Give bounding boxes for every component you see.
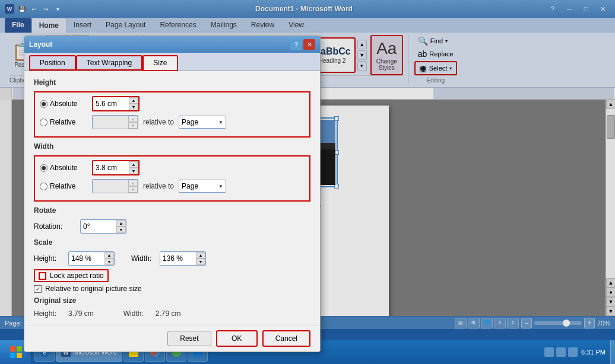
width-relative-radio[interactable] [40, 183, 47, 190]
rotation-value[interactable] [81, 220, 116, 233]
rotate-section-header: Rotate [34, 206, 310, 215]
svg-rect-1 [17, 346, 22, 352]
rotate-row: Rotation: ▲ ▼ [34, 219, 310, 234]
original-size-row: Height: 3.79 cm Width: 2.79 cm [34, 309, 310, 318]
width-rel-spin-btns: ▲ ▼ [128, 180, 138, 193]
dialog-tabs: Position Text Wrapping Size [24, 53, 320, 71]
height-relative-input: ▲ ▼ [92, 115, 138, 129]
show-desktop-btn[interactable] [610, 340, 615, 364]
orig-height-value: 3.79 cm [68, 309, 94, 318]
tray-icon-3[interactable] [568, 347, 578, 357]
width-select-arrow: ▼ [218, 184, 223, 189]
rotation-input[interactable]: ▲ ▼ [80, 219, 126, 234]
relative-orig-row: Relative to original picture size [34, 285, 310, 293]
height-rel-spin-down: ▼ [128, 122, 138, 129]
width-relative-radio-label[interactable]: Relative [40, 182, 87, 190]
width-relative-input: ▲ ▼ [92, 179, 138, 193]
height-relative-to-select[interactable]: Page ▼ [179, 116, 226, 129]
tray-icons [544, 347, 578, 357]
width-absolute-value[interactable] [93, 161, 129, 174]
height-spin-up[interactable]: ▲ [129, 97, 138, 104]
height-relative-value [93, 116, 128, 129]
tab-position[interactable]: Position [29, 55, 76, 71]
height-rel-spin-up: ▲ [128, 116, 138, 122]
reset-btn[interactable]: Reset [167, 331, 211, 346]
rotation-spin-btns: ▲ ▼ [116, 220, 126, 233]
clock-time: 6:31 PM [581, 348, 606, 356]
layout-dialog: Layout ? ✕ Position Text Wrapping Size H… [24, 36, 321, 352]
width-absolute-label: Absolute [50, 164, 78, 172]
width-rel-spin-down: ▼ [128, 186, 138, 193]
orig-width-value: 2.79 cm [156, 309, 181, 318]
tray-icon-1[interactable] [544, 347, 554, 357]
windows-logo [9, 345, 23, 359]
height-absolute-input[interactable]: ▲ ▼ [92, 96, 140, 111]
height-section-header: Height [34, 78, 310, 87]
width-relative-to-select[interactable]: Page ▼ [179, 180, 226, 193]
tab-size[interactable]: Size [142, 55, 177, 71]
width-relative-row: Relative ▲ ▼ relative to Page ▼ [40, 179, 305, 193]
dialog-body: Height Absolute ▲ ▼ [24, 71, 320, 325]
height-spin-btns: ▲ ▼ [129, 97, 138, 110]
svg-rect-3 [17, 353, 22, 358]
orig-width-label: Width: [123, 309, 144, 318]
scale-height-value[interactable] [69, 252, 104, 265]
system-clock: 6:31 PM [581, 348, 606, 356]
height-relative-row: Relative ▲ ▼ relative to Page ▼ [40, 115, 305, 129]
dialog-titlebar: Layout ? ✕ [24, 36, 320, 53]
dialog-title: Layout [29, 40, 290, 49]
svg-rect-0 [10, 346, 15, 352]
height-absolute-radio[interactable] [40, 100, 47, 108]
width-section-header: Width [34, 142, 310, 151]
scale-h-up[interactable]: ▲ [104, 252, 114, 258]
scale-width-label: Width: [131, 254, 155, 263]
lock-aspect-label: Lock aspect ratio [50, 272, 104, 280]
tray-icon-2[interactable] [556, 347, 566, 357]
rotation-label: Rotation: [34, 222, 75, 231]
height-relative-radio-label[interactable]: Relative [40, 118, 87, 126]
scale-height-input[interactable]: ▲ ▼ [68, 251, 115, 266]
cancel-btn[interactable]: Cancel [262, 330, 310, 347]
scale-w-up[interactable]: ▲ [196, 252, 205, 258]
rotation-spin-up[interactable]: ▲ [116, 220, 126, 226]
height-absolute-radio-label[interactable]: Absolute [40, 100, 87, 108]
tab-text-wrapping[interactable]: Text Wrapping [76, 55, 142, 71]
height-absolute-value[interactable] [93, 97, 129, 110]
height-spin-down[interactable]: ▼ [129, 104, 138, 110]
width-spin-up[interactable]: ▲ [129, 161, 138, 168]
relative-orig-checkbox[interactable] [34, 285, 42, 293]
dialog-close-btn[interactable]: ✕ [303, 39, 315, 50]
height-relative-to-value: Page [182, 118, 198, 126]
width-spin-btns: ▲ ▼ [129, 161, 138, 174]
height-rel-spin-btns: ▲ ▼ [128, 116, 138, 129]
scale-height-label: Height: [34, 254, 64, 263]
width-absolute-radio-label[interactable]: Absolute [40, 164, 87, 172]
scale-section: Height: ▲ ▼ Width: ▲ ▼ [34, 251, 310, 293]
system-tray: 6:31 PM [540, 347, 610, 357]
height-relative-radio[interactable] [40, 119, 47, 126]
dialog-help-btn[interactable]: ? [290, 39, 302, 50]
original-size-header: Original size [34, 296, 310, 305]
width-absolute-radio[interactable] [40, 164, 47, 172]
dialog-controls: ? ✕ [290, 39, 315, 50]
height-absolute-label: Absolute [50, 100, 78, 108]
ok-btn[interactable]: OK [216, 330, 258, 347]
width-absolute-input[interactable]: ▲ ▼ [92, 160, 140, 175]
scale-w-down[interactable]: ▼ [196, 258, 205, 265]
scale-h-down[interactable]: ▼ [104, 258, 114, 265]
scale-height-spin: ▲ ▼ [104, 252, 114, 265]
scale-width-input[interactable]: ▲ ▼ [160, 251, 206, 266]
svg-rect-2 [10, 353, 15, 358]
relative-orig-label: Relative to original picture size [45, 285, 142, 293]
scale-section-header: Scale [34, 238, 310, 247]
width-spin-down[interactable]: ▼ [129, 168, 138, 174]
height-section: Absolute ▲ ▼ Relative [34, 91, 310, 138]
width-relative-value [93, 180, 128, 193]
lock-aspect-checkbox[interactable] [39, 272, 46, 280]
width-relative-to-value: Page [182, 182, 198, 190]
scale-width-value[interactable] [160, 252, 196, 265]
rotation-spin-down[interactable]: ▼ [116, 226, 126, 233]
scale-row: Height: ▲ ▼ Width: ▲ ▼ [34, 251, 310, 266]
height-select-arrow: ▼ [218, 120, 223, 125]
scale-width-spin: ▲ ▼ [196, 252, 205, 265]
